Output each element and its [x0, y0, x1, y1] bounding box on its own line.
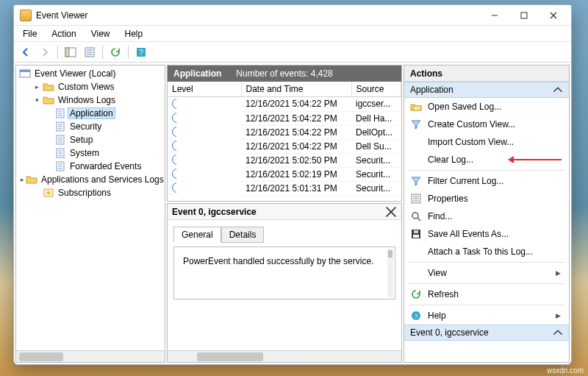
help-button[interactable]: ?: [132, 44, 150, 60]
event-row[interactable]: iInformation12/16/2021 5:04:22 PMDell Su…: [168, 139, 401, 153]
col-datetime[interactable]: Date and Time: [241, 82, 351, 97]
center-pane: Application Number of events: 4,428 Leve…: [167, 65, 402, 363]
action-filter-current-log[interactable]: Filter Current Log...: [404, 172, 569, 190]
folder-icon: [26, 174, 37, 185]
watermark: wsxdn.com: [547, 366, 584, 375]
action-label: Find...: [428, 211, 563, 221]
log-icon: [54, 134, 66, 146]
action-help[interactable]: ?Help▶: [404, 307, 569, 324]
collapse-icon[interactable]: [553, 327, 563, 338]
event-row[interactable]: iInformation12/16/2021 5:02:50 PMSecurit…: [168, 153, 401, 167]
events-header: Application Number of events: 4,428: [168, 65, 401, 82]
filter-icon: [410, 175, 422, 187]
maximize-button[interactable]: [509, 7, 539, 24]
blank-icon: [410, 136, 422, 148]
close-button[interactable]: [539, 7, 568, 24]
console-tree[interactable]: Event Viewer (Local) ▸Custom Views▾Windo…: [16, 65, 165, 350]
nav-back-button[interactable]: [17, 44, 35, 60]
expander-icon[interactable]: ▸: [32, 82, 41, 91]
event-row[interactable]: iInformation12/16/2021 5:04:22 PMDellOpt…: [168, 125, 401, 139]
tree-item-label: Applications and Services Logs: [39, 174, 165, 185]
find-icon: [410, 210, 422, 222]
events-grid[interactable]: Level Date and Time Source iInformation1…: [168, 82, 401, 201]
refresh-icon: [410, 288, 422, 300]
tree-item-label: Security: [68, 121, 104, 132]
menu-file[interactable]: File: [17, 27, 43, 40]
detail-hscrollbar[interactable]: [168, 350, 401, 362]
col-source[interactable]: Source: [351, 82, 401, 97]
expander-icon: [44, 135, 53, 144]
blank-icon: [410, 246, 422, 258]
svg-point-35: [47, 191, 50, 194]
action-label: View: [428, 268, 550, 278]
separator: [409, 262, 564, 263]
event-row[interactable]: iInformation12/16/2021 5:02:19 PMSecurit…: [168, 167, 401, 181]
tree-item[interactable]: Setup: [16, 133, 165, 146]
action-label: Save All Events As...: [428, 229, 563, 239]
minimize-button[interactable]: [480, 7, 509, 24]
folder-icon: [43, 81, 54, 93]
action-label: Create Custom View...: [428, 119, 563, 130]
tab-general[interactable]: General: [173, 227, 221, 243]
tree-item[interactable]: Forwarded Events: [16, 160, 165, 173]
svg-rect-1: [521, 13, 527, 18]
event-row[interactable]: iInformation12/16/2021 5:04:22 PMigccser…: [168, 97, 401, 112]
collapse-icon[interactable]: [553, 85, 563, 95]
tree-item[interactable]: System: [16, 146, 165, 160]
properties-button[interactable]: [81, 44, 98, 60]
log-icon: [54, 147, 66, 159]
actions-group-application[interactable]: Application: [404, 82, 569, 98]
menu-action[interactable]: Action: [46, 27, 82, 40]
tree-item[interactable]: Security: [16, 120, 165, 133]
tree-item[interactable]: Application: [16, 107, 165, 120]
svg-line-43: [417, 218, 420, 221]
action-label: Help: [428, 311, 550, 321]
event-row[interactable]: iInformation12/16/2021 5:01:31 PMSecurit…: [168, 181, 401, 195]
detail-vscrollbar[interactable]: [387, 249, 393, 297]
tab-details[interactable]: Details: [221, 227, 265, 243]
event-row[interactable]: iInformation12/16/2021 5:04:22 PMDell Ha…: [168, 111, 401, 125]
col-level[interactable]: Level: [168, 82, 241, 97]
filter-icon: [410, 118, 422, 130]
tree-item-label: Custom Views: [56, 81, 116, 93]
tree-item-label: Setup: [68, 134, 95, 146]
svg-text:?: ?: [414, 313, 417, 320]
action-view[interactable]: View▶: [404, 264, 569, 282]
action-create-custom-view[interactable]: Create Custom View...: [404, 116, 569, 133]
tree-item[interactable]: ▾Windows Logs: [16, 93, 165, 107]
actions-group-event[interactable]: Event 0, igccservice: [404, 324, 569, 341]
action-refresh[interactable]: Refresh: [404, 285, 569, 303]
tree-item[interactable]: Subscriptions: [16, 186, 165, 199]
tree-item-label: Forwarded Events: [68, 160, 143, 172]
action-label: Open Saved Log...: [428, 102, 563, 112]
event-viewer-window: Event Viewer File Action View Help: [13, 4, 572, 365]
subs-icon: [43, 187, 54, 199]
tree-item-label: Subscriptions: [56, 187, 113, 199]
expander-icon[interactable]: ▸: [21, 175, 24, 184]
tree-pane: Event Viewer (Local) ▸Custom Views▾Windo…: [15, 65, 165, 363]
tree-hscrollbar[interactable]: [16, 350, 165, 362]
event-detail-title: Event 0, igccservice: [172, 207, 257, 217]
action-attach-a-task-to-this-log[interactable]: Attach a Task To this Log...: [404, 243, 569, 260]
props-icon: [410, 193, 422, 205]
menu-view[interactable]: View: [85, 27, 116, 40]
action-properties[interactable]: Properties: [404, 190, 569, 207]
action-find[interactable]: Find...: [404, 207, 569, 225]
expander-icon[interactable]: ▾: [32, 96, 41, 104]
information-icon: i: [172, 155, 176, 165]
svg-rect-46: [414, 230, 418, 233]
separator: [409, 170, 564, 171]
close-detail-button[interactable]: [385, 206, 397, 218]
tree-item[interactable]: ▸Custom Views: [16, 80, 165, 93]
refresh-button[interactable]: [107, 44, 124, 60]
action-open-saved-log[interactable]: Open Saved Log...: [404, 98, 569, 116]
menu-help[interactable]: Help: [119, 27, 149, 40]
show-hide-tree-button[interactable]: [62, 44, 79, 60]
action-clear-log[interactable]: Clear Log...: [404, 151, 569, 169]
tree-item-label: Application: [68, 107, 115, 119]
action-save-all-events-as[interactable]: Save All Events As...: [404, 225, 569, 243]
tree-item[interactable]: ▸Applications and Services Logs: [16, 173, 165, 186]
action-label: Attach a Task To this Log...: [428, 246, 563, 257]
tree-root[interactable]: Event Viewer (Local): [16, 67, 165, 80]
action-import-custom-view[interactable]: Import Custom View...: [404, 133, 569, 151]
